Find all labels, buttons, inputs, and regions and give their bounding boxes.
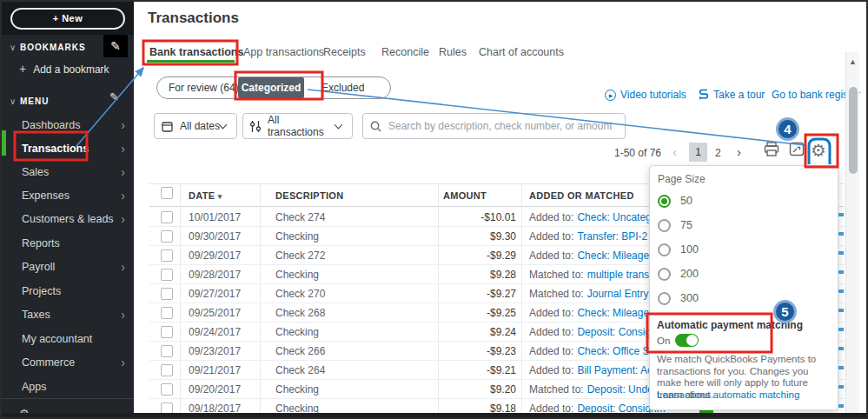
cell-amount: -$9.23 [410,345,516,357]
cell-date: 09/29/2017 [189,249,241,262]
sidebar-item-my-accountant[interactable]: My accountant [2,327,134,350]
cell-date: 09/23/2017 [189,345,241,357]
chevron-right-icon: › [121,118,125,132]
row-checkbox[interactable] [161,288,173,300]
sidebar-item-commerce[interactable]: Commerce› [2,350,134,374]
select-all-checkbox[interactable] [161,187,173,199]
chevron-right-icon: › [121,189,125,203]
cell-description: Check 266 [275,345,325,357]
print-icon[interactable] [764,142,779,160]
col-header-added-or-matched: ADDED OR MATCHED [529,190,634,201]
tab-app-transactions[interactable]: App transactions [243,46,324,58]
page-size-option-75[interactable]: 75 [658,213,692,237]
cell-amount: $9.20 [410,383,516,396]
cell-date: 09/28/2017 [189,269,241,281]
cell-added-or-matched: Added to:Deposit: Consignm [529,326,666,338]
calendar-icon [162,121,173,132]
video-tutorials-link[interactable]: ▶ Video tutorials [605,89,686,101]
row-checkbox[interactable] [161,345,173,357]
date-filter-dropdown[interactable]: All dates [154,113,237,139]
sidebar-item-transactions[interactable]: Transactions› [2,136,134,160]
search-icon [370,121,381,132]
cell-amount: -$9.27 [410,288,516,300]
take-a-tour-link[interactable]: Take a tour [699,89,765,101]
auto-matching-toggle[interactable] [675,334,699,347]
for-review-segment[interactable]: For review (64) [169,82,239,94]
tab-rules[interactable]: Rules [439,46,467,58]
sidebar-item-customers-leads[interactable]: Customers & leads› [2,207,134,230]
sidebar-item-taxes[interactable]: Taxes› [2,303,134,326]
pagination-page-1[interactable]: 1 [689,143,707,162]
plus-icon: + [19,62,26,76]
cell-description: Checking [275,230,319,243]
cell-date: 10/01/2017 [189,211,241,223]
row-checkbox[interactable] [161,249,173,262]
row-checkbox[interactable] [161,269,173,281]
search-input[interactable]: Search by description, check number, or … [362,113,626,139]
sidebar-item-apps[interactable]: Apps [2,375,134,398]
menu-label: MENU [20,96,49,106]
cell-added-or-matched: Matched to:multiple transacti [529,269,666,281]
row-checkbox[interactable] [161,326,173,338]
chevron-down-icon: ∨ [10,96,20,106]
row-checkbox[interactable] [161,307,173,319]
radio-selected-icon[interactable] [658,195,671,208]
scrollbar-thumb[interactable] [849,87,858,174]
cell-amount: -$9.25 [410,307,516,319]
cell-description: Check 268 [275,307,325,319]
tab-receipts[interactable]: Receipts [323,46,366,58]
sidebar-item-payroll[interactable]: Payroll› [2,255,134,278]
clipped-link-fragments [838,213,844,411]
cell-description: Checking [275,269,319,281]
page-size-option-100[interactable]: 100 [658,237,699,262]
row-checkbox[interactable] [161,383,173,396]
categorized-segment[interactable]: Categorized [238,77,304,98]
scroll-up-arrow-icon[interactable]: ▲ [849,57,857,66]
sidebar: + New ∨ BOOKMARKS ✎ +Add a bookmark ∨ ME… [2,2,134,417]
sidebar-item-dashboards[interactable]: Dashboards› [2,113,134,136]
radio-icon[interactable] [658,219,671,232]
export-icon[interactable] [789,142,805,160]
sliders-icon [250,121,261,132]
chevron-right-icon: › [121,142,125,156]
gear-icon[interactable]: ⚙ [811,140,826,161]
transaction-type-dropdown[interactable]: All transactions [242,113,353,139]
col-header-date[interactable]: DATE ▾ [189,190,222,201]
page-size-option-200[interactable]: 200 [658,262,699,286]
pagination-prev-button[interactable]: ‹ [673,144,677,159]
vertical-scrollbar[interactable]: ▲ [845,52,859,414]
cell-date: 09/20/2017 [189,383,241,396]
learn-about-automatic-matching-link[interactable]: Learn about automatic matching [657,389,799,400]
sidebar-item-sales[interactable]: Sales› [2,160,134,183]
chevron-right-icon: › [121,165,125,179]
row-checkbox[interactable] [161,364,173,376]
active-tab-underline [147,60,235,63]
cell-amount: $9.30 [410,230,516,243]
edit-menu-pencil-icon[interactable]: ✎ [109,90,119,103]
tab-chart-of-accounts[interactable]: Chart of accounts [479,46,564,58]
edit-bookmarks-pencil-icon[interactable]: ✎ [103,35,128,57]
new-button[interactable]: + New [10,8,125,30]
add-bookmark-button[interactable]: +Add a bookmark [19,62,109,76]
excluded-segment[interactable]: Excluded [321,82,364,94]
tab-reconcile[interactable]: Reconcile [381,46,429,58]
cell-date: 09/24/2017 [189,326,241,338]
radio-icon[interactable] [658,292,671,305]
radio-icon[interactable] [658,268,671,281]
sidebar-item-reports[interactable]: Reports [2,231,134,255]
radio-icon[interactable] [658,243,671,256]
row-checkbox[interactable] [161,230,173,243]
active-item-indicator [2,130,6,156]
pagination-next-button[interactable]: › [737,144,741,159]
page-size-option-300[interactable]: 300 [658,286,699,310]
sidebar-item-expenses[interactable]: Expenses› [2,183,134,207]
cell-added-or-matched: Added to:Check: Mileage Rei [529,249,667,262]
sidebar-item-projects[interactable]: Projects [2,279,134,303]
pagination-page-2[interactable]: 2 [715,147,721,159]
tab-bank-transactions[interactable]: Bank transactions [149,46,243,58]
row-checkbox[interactable] [161,211,173,223]
page-size-option-50[interactable]: 50 [658,189,692,213]
cell-amount: $9.24 [410,326,516,338]
cell-description: Check 274 [275,211,325,223]
cell-date: 09/25/2017 [189,307,241,319]
